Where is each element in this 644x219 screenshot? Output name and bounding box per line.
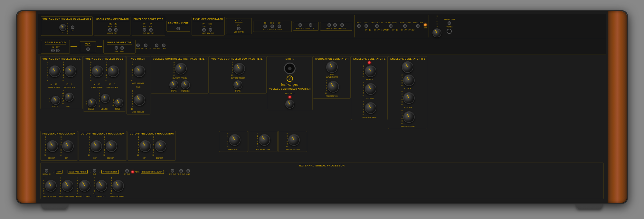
eg1-out-jack[interactable] — [143, 28, 146, 32]
cutoff-freq1-jack[interactable] — [389, 24, 393, 28]
vca-knob[interactable] — [285, 100, 294, 109]
total-jack[interactable] — [357, 24, 361, 28]
cutoff1-mod-knob1[interactable] — [90, 140, 102, 152]
lp-cutoff-knob[interactable] — [233, 63, 245, 75]
mod-freq-bottom-label: FREQUENCY — [228, 148, 240, 150]
vco2-tune-knob[interactable] — [114, 98, 123, 107]
hp-filter2-knob[interactable] — [181, 80, 190, 89]
eg2-release-knob[interactable] — [403, 111, 415, 123]
control-top-label: CONTROL INPUT — [168, 22, 189, 25]
kbd-cv-in-jack[interactable] — [298, 23, 302, 27]
signal-level-knob[interactable] — [45, 180, 57, 192]
vco12-out-jack[interactable] — [270, 25, 274, 28]
noise-white-jack[interactable] — [120, 46, 124, 50]
top-trig-section: TRIG IN ABD TRIG OUT — [320, 22, 352, 31]
ext-signal-in-jack[interactable] — [45, 169, 48, 173]
volume-knob[interactable] — [432, 28, 441, 37]
midi-connector[interactable] — [284, 63, 296, 74]
sh-out-jack[interactable] — [56, 49, 60, 52]
midi-vca-section: MIDI IN 𝒷 behringer VOLTAGE CONTROLLED A… — [267, 56, 313, 110]
vco1-scale-knob[interactable] — [51, 96, 60, 105]
mod-freq-bottom-knob[interactable] — [229, 134, 241, 146]
eg1-release2-knob[interactable] — [259, 134, 270, 146]
eg1-release-knob[interactable] — [365, 102, 376, 114]
eg2-out-jack[interactable] — [202, 28, 206, 32]
eg1-rev-jack[interactable] — [149, 28, 153, 32]
eg2-release2-knob[interactable] — [288, 134, 300, 146]
vca-led — [289, 96, 291, 98]
vco2-out2-jack[interactable] — [278, 25, 281, 28]
freq-mod-knob1[interactable] — [47, 140, 58, 152]
eg2-rev-jack[interactable] — [209, 28, 212, 32]
vco1-pw-knob[interactable] — [65, 93, 74, 102]
hp-filter-title: VOLTAGE CONTROLLED HIGH PASS FILTER — [153, 58, 207, 60]
vco2-waveform-knob[interactable] — [92, 65, 103, 77]
mod-waveform-knob[interactable] — [326, 61, 338, 73]
sh-in-jack[interactable] — [51, 49, 55, 52]
threshold-knob[interactable] — [112, 180, 124, 192]
mod-clock-jack[interactable] — [108, 28, 112, 32]
signal-out-jack[interactable] — [448, 21, 451, 25]
ext-signal-jack[interactable] — [375, 24, 379, 28]
lp-peak-knob[interactable] — [233, 80, 242, 89]
mod-out-jack[interactable] — [114, 28, 118, 32]
ext-trig-out-jack[interactable] — [179, 169, 183, 173]
phones-jack[interactable] — [447, 29, 452, 34]
env-out-jack[interactable] — [171, 169, 174, 173]
gnd2-patch: GND — [162, 44, 166, 50]
gnd-jack[interactable] — [136, 44, 140, 47]
trig-sw-patch: TRIG SW — [153, 44, 160, 50]
trig-sw-jack[interactable] — [155, 44, 158, 47]
eg2-big-knob[interactable] — [402, 61, 413, 73]
vco2-waveform2-knob[interactable] — [108, 65, 119, 77]
gnd2-jack[interactable] — [162, 44, 166, 47]
freq-jack[interactable] — [365, 24, 368, 28]
arrow-2: → — [64, 171, 66, 174]
noise-pink-jack[interactable] — [115, 46, 118, 50]
kbd-cv-out-jack[interactable] — [309, 23, 312, 27]
trig-sw-out-jack[interactable] — [144, 44, 147, 47]
cutoff2-mod-knob1[interactable] — [139, 140, 151, 152]
initial-gain-jack[interactable] — [416, 24, 420, 28]
eg1-attack-knob[interactable] — [365, 65, 376, 77]
low-cut-knob[interactable] — [62, 180, 73, 192]
lp-filter-title: VOLTAGE CONTROLLED LOW PASS FILTER — [211, 58, 264, 60]
ext-gnd-jack[interactable] — [186, 169, 190, 173]
vco2-level-knob[interactable] — [134, 94, 145, 106]
bpf-out-jack[interactable] — [93, 169, 96, 173]
eg2-attack-knob[interactable] — [403, 75, 415, 86]
eg1-sustain-knob[interactable] — [365, 83, 376, 95]
cv-out-jack[interactable] — [125, 169, 129, 173]
vco1-out-jack[interactable] — [71, 25, 74, 29]
vco2-scale-knob[interactable] — [88, 98, 97, 107]
vco1-top-knob1[interactable] — [59, 24, 66, 31]
cutoff1-mod-knob2[interactable] — [106, 140, 117, 152]
vco1-level-knob[interactable] — [134, 65, 145, 77]
mod-freq-knob[interactable] — [327, 81, 339, 93]
behringer-logo: 𝒷 behringer — [281, 75, 299, 86]
cutoff-mod1-section: CUTOFF FREQUENCY MODULATION 345678910 EX… — [79, 131, 127, 161]
freq-mod-knob2[interactable] — [62, 140, 74, 152]
cutoff-freq2-jack[interactable] — [403, 24, 407, 28]
trig-in-jack[interactable] — [327, 23, 331, 27]
vco1-waveform2-knob[interactable] — [65, 65, 76, 77]
hp-peak-knob[interactable] — [169, 80, 178, 89]
cutoff1-mod-eg2-label: EG2/EXT — [107, 157, 114, 159]
top-kbd-section: KBD CV IN KBD CV OUT — [293, 22, 319, 31]
high-cut-knob[interactable] — [79, 180, 90, 192]
cutoff2-mod-knob2[interactable] — [155, 140, 166, 152]
control-in-jack[interactable] — [176, 27, 180, 30]
abd-jack[interactable] — [333, 23, 337, 27]
trig-out-jack[interactable] — [340, 23, 344, 27]
hp-cutoff-knob[interactable] — [175, 63, 187, 75]
eg2-sustain-knob[interactable] — [403, 92, 415, 104]
cv-adjust-knob[interactable] — [96, 180, 107, 192]
eg2-top-label: ENVELOPE GENERATOR — [193, 18, 223, 21]
vco1-waveform-knob[interactable] — [49, 65, 61, 77]
vco2-section: VOLTAGE CONTROLLED OSC 2 86420 -2-4-6 — [83, 56, 126, 112]
vca-patch-jack[interactable] — [86, 47, 90, 51]
cv-out-group: CV OUT — [124, 169, 130, 175]
vco1-out2-jack[interactable] — [263, 25, 267, 28]
vco2-top-jack[interactable] — [237, 27, 241, 30]
vco2-pitch-knob[interactable] — [101, 94, 110, 103]
